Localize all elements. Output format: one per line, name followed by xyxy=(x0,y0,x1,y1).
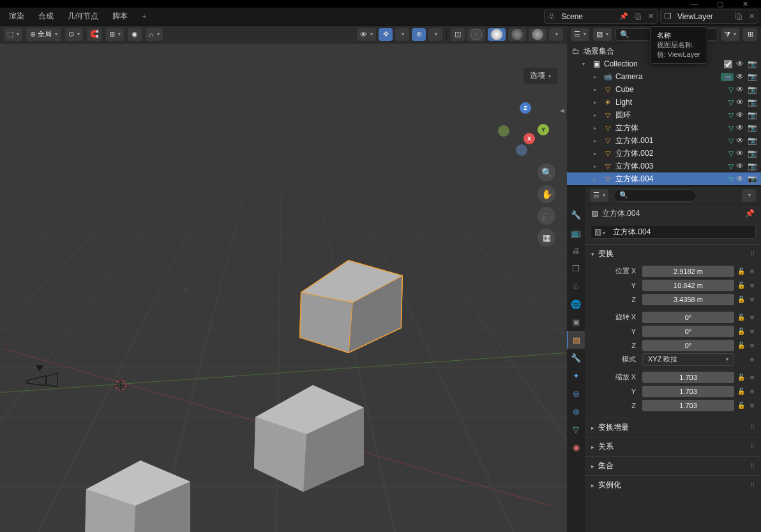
properties-type-button[interactable]: ☰▾ xyxy=(590,189,608,202)
gizmo-options-button[interactable]: ▾ xyxy=(395,28,409,41)
rot-y-input[interactable]: 0° xyxy=(642,326,734,337)
tab-scripting[interactable]: 脚本 xyxy=(106,8,134,24)
render-toggle[interactable]: 📷 xyxy=(748,110,757,119)
loc-z-input[interactable]: 3.4358 m xyxy=(642,294,734,305)
zoom-button[interactable]: 🔍 xyxy=(538,163,555,181)
visibility-toggle[interactable]: 👁 xyxy=(736,110,744,119)
material-shading-button[interactable] xyxy=(508,28,526,41)
tab-viewlayer[interactable]: ❐ xyxy=(567,259,585,277)
outliner-display-mode[interactable]: ☰▾ xyxy=(571,28,589,41)
visibility-toggle[interactable]: 👁 xyxy=(736,72,744,81)
outliner-item-7[interactable]: ▸▽立方体.003▽👁📷 xyxy=(567,160,761,172)
solid-shading-button[interactable] xyxy=(488,28,506,41)
scale-y-lock[interactable]: 🔓 xyxy=(737,388,746,395)
new-viewlayer-button[interactable]: ⿻ xyxy=(732,13,746,20)
gizmo-toggle[interactable]: ✥ xyxy=(379,28,393,41)
outliner-item-4[interactable]: ▸▽立方体▽👁📷 xyxy=(567,121,761,134)
visibility-toggle[interactable]: 👁 xyxy=(736,149,744,158)
tab-particles[interactable]: ✦ xyxy=(567,367,585,384)
visibility-toggle[interactable]: 👁 xyxy=(736,174,744,183)
wireframe-shading-button[interactable] xyxy=(467,28,485,41)
tab-compositing[interactable]: 合成 xyxy=(32,8,60,24)
object-name-field[interactable]: ▨▾ xyxy=(590,225,756,239)
instancing-header[interactable]: ▸实例化⠿ xyxy=(585,476,761,494)
loc-x-input[interactable]: 2.9182 m xyxy=(642,266,734,277)
tab-data[interactable]: ▽ xyxy=(567,420,585,438)
properties-search[interactable]: 🔍 xyxy=(614,189,697,202)
scale-y-anim[interactable] xyxy=(750,390,754,393)
properties-options[interactable]: ▾ xyxy=(742,189,756,202)
tab-output[interactable]: 🖨 xyxy=(567,241,585,259)
visibility-toggle[interactable]: 👁 xyxy=(736,85,744,94)
loc-z-lock[interactable]: 🔓 xyxy=(737,296,746,303)
camera-view-button[interactable]: 🎥 xyxy=(538,207,555,225)
overlay-toggle[interactable]: ⊚ xyxy=(412,28,426,41)
rot-mode-anim[interactable] xyxy=(750,358,754,361)
loc-x-lock[interactable]: 🔓 xyxy=(737,268,746,275)
pin-button[interactable]: 📌 xyxy=(745,209,755,218)
render-toggle[interactable]: 📷 xyxy=(748,149,757,158)
scale-z-anim[interactable] xyxy=(750,404,754,407)
render-toggle[interactable]: 📷 xyxy=(748,174,757,183)
tab-geometry[interactable]: 几何节点 xyxy=(61,8,105,24)
visibility-toggle[interactable]: 👁 xyxy=(736,59,744,68)
visibility-toggle[interactable]: 👁 xyxy=(736,136,744,145)
tab-tool[interactable]: 🔧 xyxy=(567,206,585,224)
maximize-icon[interactable]: ▢ xyxy=(717,0,723,8)
cube-object-2[interactable] xyxy=(243,382,370,497)
scale-x-lock[interactable]: 🔓 xyxy=(737,374,746,381)
relations-header[interactable]: ▸关系⠿ xyxy=(585,437,761,456)
object-name-input[interactable] xyxy=(609,227,755,236)
overlay-options-button[interactable]: ▾ xyxy=(428,28,442,41)
tab-material[interactable]: ◉ xyxy=(567,438,585,456)
outliner-item-8[interactable]: ▸▽立方体.004▽👁📷 xyxy=(567,172,761,185)
proportional-edit-toggle[interactable]: ◉ xyxy=(128,28,142,41)
expand-toggle[interactable]: ▸ xyxy=(594,138,600,144)
collection-checkbox[interactable] xyxy=(724,60,732,68)
scale-x-anim[interactable] xyxy=(750,376,754,379)
delete-scene-button[interactable]: ✕ xyxy=(645,12,657,20)
collections-header[interactable]: ▸集合⠿ xyxy=(585,457,761,475)
loc-y-lock[interactable]: 🔓 xyxy=(737,282,746,289)
add-workspace-button[interactable]: ＋ xyxy=(135,8,153,24)
scene-selector[interactable]: ♧ 📌 ⿻ ✕ xyxy=(544,10,658,24)
new-scene-button[interactable]: ⿻ xyxy=(631,13,645,20)
rot-z-lock[interactable]: 🔓 xyxy=(737,342,746,349)
render-toggle[interactable]: 📷 xyxy=(748,85,757,94)
viewlayer-name-input[interactable] xyxy=(675,12,732,21)
shading-options-button[interactable]: ▾ xyxy=(549,28,563,41)
render-toggle[interactable]: 📷 xyxy=(748,59,757,68)
outliner-item-1[interactable]: ▸▽Cube▽👁📷 xyxy=(567,83,761,96)
render-toggle[interactable]: 📷 xyxy=(748,123,757,132)
rot-z-input[interactable]: 0° xyxy=(642,340,734,351)
outliner-filter-button[interactable]: ⧩▾ xyxy=(721,28,739,41)
gizmo-neg-axis1[interactable] xyxy=(498,125,509,137)
tab-scene[interactable]: ♧ xyxy=(567,277,585,295)
options-dropdown[interactable]: 选项 ▾ xyxy=(524,68,557,84)
tab-constraints[interactable]: ⊛ xyxy=(567,402,585,420)
render-toggle[interactable]: 📷 xyxy=(748,98,757,107)
light-object[interactable] xyxy=(179,284,191,295)
render-toggle[interactable]: 📷 xyxy=(748,162,757,171)
outliner-item-2[interactable]: ▸☀Light▽👁📷 xyxy=(567,96,761,109)
delta-transform-header[interactable]: ▸变换增量⠿ xyxy=(585,418,761,437)
expand-toggle[interactable]: ▸ xyxy=(594,87,600,93)
render-toggle[interactable]: 📷 xyxy=(748,72,757,81)
gizmo-z-axis[interactable]: Z xyxy=(520,102,531,114)
tab-render[interactable]: 渲染 xyxy=(3,8,31,24)
editor-type-button[interactable]: ⬚▾ xyxy=(4,28,22,41)
expand-toggle[interactable]: ▸ xyxy=(594,125,600,131)
loc-x-anim[interactable] xyxy=(750,270,754,273)
gizmo-y-axis[interactable]: Y xyxy=(538,124,549,135)
expand-toggle[interactable]: ▸ xyxy=(594,151,600,156)
outliner-item-5[interactable]: ▸▽立方体.001▽👁📷 xyxy=(567,134,761,147)
rot-x-anim[interactable] xyxy=(750,315,754,319)
minimize-icon[interactable]: — xyxy=(691,0,698,8)
tab-physics[interactable]: ⊚ xyxy=(567,384,585,402)
viewlayer-selector[interactable]: ❐ ⿻ ✕ xyxy=(660,10,758,24)
scale-z-lock[interactable]: 🔓 xyxy=(737,402,746,409)
render-toggle[interactable]: 📷 xyxy=(748,136,757,145)
rot-mode-select[interactable]: XYZ 欧拉▾ xyxy=(642,353,734,366)
snap-toggle[interactable]: 🧲 xyxy=(87,28,102,41)
visibility-button[interactable]: 👁▾ xyxy=(357,28,376,41)
